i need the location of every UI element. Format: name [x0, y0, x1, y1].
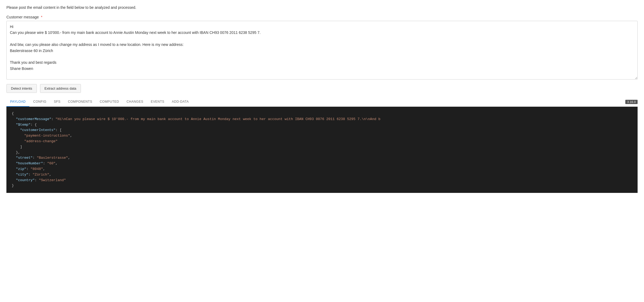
extract-address-button[interactable]: Extract address data — [40, 84, 81, 93]
version-badge: 3.16.0 — [625, 100, 638, 104]
tab-add-data[interactable]: ADD-DATA — [168, 97, 193, 107]
tab-events[interactable]: EVENTS — [147, 97, 168, 107]
required-indicator: * — [40, 15, 42, 19]
tab-changes[interactable]: CHANGES — [123, 97, 147, 107]
customer-message-textarea[interactable] — [6, 21, 638, 80]
tab-sfs[interactable]: SFS — [50, 97, 64, 107]
tab-config[interactable]: CONFIG — [29, 97, 50, 107]
tabs-bar: PAYLOAD CONFIG SFS COMPONENTS COMPUTED C… — [6, 97, 638, 107]
page-wrapper: Please post the email content in the fie… — [0, 0, 644, 193]
tab-computed[interactable]: COMPUTED — [96, 97, 123, 107]
code-panel: { "customerMessage": "Hi\nCan you please… — [6, 107, 638, 193]
tab-payload[interactable]: PAYLOAD — [6, 97, 29, 107]
instruction-text: Please post the email content in the fie… — [6, 5, 638, 10]
tab-components[interactable]: COMPONENTS — [64, 97, 96, 107]
field-label: Customer message * — [6, 15, 638, 19]
detect-intents-button[interactable]: Detect intents — [6, 84, 37, 93]
button-row: Detect intents Extract address data — [6, 84, 638, 93]
